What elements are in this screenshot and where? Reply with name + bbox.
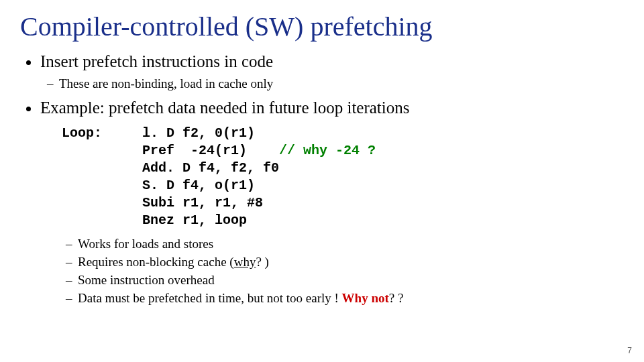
code-block: Loop: l. D f2, 0(r1) Pref -24(r1) // why…	[62, 125, 624, 229]
bullet-text: Insert prefetch instructions in code	[40, 52, 273, 70]
note-text-a: Requires non-blocking cache (	[78, 255, 234, 269]
note-text-b: ? ?	[389, 291, 404, 305]
bullet-text: Example: prefetch data needed in future …	[40, 99, 409, 117]
note-text-a: Data must be prefetched in time, but not…	[78, 291, 342, 305]
bullet-insert-prefetch: Insert prefetch instructions in code The…	[40, 51, 624, 92]
sub-list-1: These are non-binding, load in cache onl…	[40, 76, 624, 92]
code-line-1: l. D f2, 0(r1)	[142, 125, 255, 141]
sub-nonbinding: These are non-binding, load in cache onl…	[59, 76, 624, 92]
note-why-not: Why not	[342, 291, 389, 305]
code-comment: // why -24 ?	[279, 143, 376, 158]
code-line-2: Pref -24(r1)	[142, 143, 247, 158]
code-line-3: Add. D f4, f2, f0	[142, 160, 279, 176]
notes-sub-list: Works for loads and stores Requires non-…	[59, 236, 624, 306]
note-timing: Data must be prefetched in time, but not…	[78, 290, 624, 306]
code-label: Loop:	[62, 125, 102, 141]
note-nonblocking: Requires non-blocking cache (why? )	[78, 254, 624, 270]
note-works: Works for loads and stores	[78, 236, 624, 252]
note-overhead: Some instruction overhead	[78, 272, 624, 288]
notes-list: Works for loads and stores Requires non-…	[20, 236, 624, 306]
note-text-b: ? )	[256, 255, 269, 269]
page-number: 7	[627, 346, 632, 355]
code-line-4: S. D f4, o(r1)	[142, 178, 255, 193]
bullet-example: Example: prefetch data needed in future …	[40, 97, 624, 118]
note-why-1: why	[234, 255, 256, 269]
slide-title: Compiler-controlled (SW) prefetching	[20, 12, 624, 42]
bullet-list-top: Insert prefetch instructions in code The…	[20, 51, 624, 118]
code-line-5: Subi r1, r1, #8	[142, 195, 263, 210]
code-line-6: Bnez r1, loop	[142, 213, 247, 228]
